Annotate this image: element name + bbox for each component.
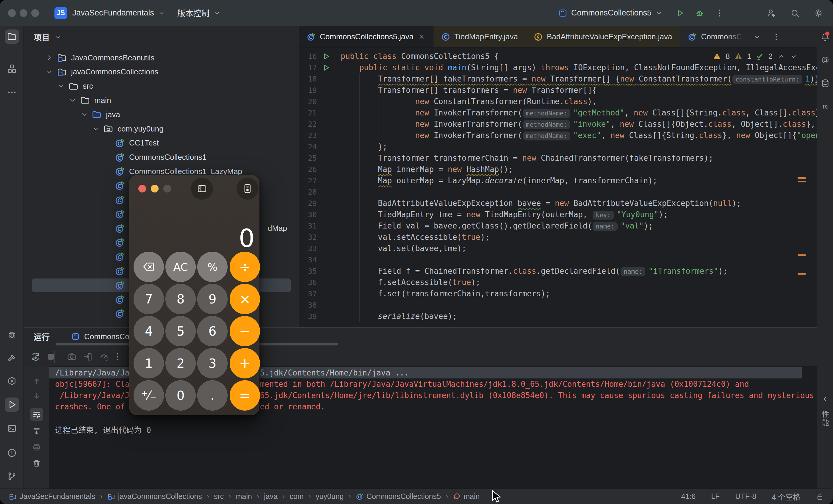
chevron-right-icon[interactable] (46, 53, 57, 62)
project-panel-header[interactable]: 项目 (24, 26, 299, 48)
calc-button-0[interactable]: 0 (165, 380, 196, 411)
debug-button[interactable] (693, 6, 706, 20)
database-icon[interactable] (819, 77, 832, 90)
calc-button-⁺⁄₋[interactable]: ⁺⁄₋ (134, 380, 164, 411)
breadcrumb-item-JavaSecFundamentals[interactable]: JavaSecFundamentals (9, 492, 95, 501)
calc-button-1[interactable]: 1 (134, 348, 164, 379)
tree-item-CC1Test[interactable]: CCC1Test (24, 136, 299, 150)
line-separator[interactable]: LF (711, 492, 720, 501)
error-stripe-mark[interactable] (798, 273, 806, 274)
sidebar-item-debug[interactable] (5, 327, 19, 341)
calc-button-backspace[interactable] (134, 252, 164, 282)
calc-keypad-button[interactable] (237, 177, 259, 200)
error-stripe-mark[interactable] (798, 181, 806, 183)
file-encoding[interactable]: UTF-8 (735, 492, 756, 501)
tree-item-src[interactable]: src (24, 79, 299, 93)
calc-button-−[interactable]: − (230, 316, 260, 346)
rerun-button[interactable] (29, 350, 42, 363)
tree-item-JavaCommonsBeanutils[interactable]: JavaCommonsBeanutils (24, 51, 299, 65)
breadcrumb-item-src[interactable]: src (214, 492, 224, 501)
trash-button[interactable] (30, 457, 43, 470)
close-button[interactable] (8, 9, 16, 17)
chevron-down-icon[interactable] (69, 96, 80, 105)
sidebar-item-run[interactable] (5, 398, 19, 412)
calc-button-6[interactable]: 6 (197, 316, 228, 346)
next-problem-button[interactable] (789, 52, 798, 61)
breadcrumb-item-main[interactable]: main (236, 492, 252, 501)
editor-tab-TiedMapEntry.java[interactable]: CTiedMapEntry.java (433, 26, 526, 47)
softwrap-button[interactable] (30, 408, 43, 421)
breadcrumb-item-yuy0ung[interactable]: yuy0ung (316, 492, 344, 501)
kebab-button[interactable] (111, 350, 124, 363)
calc-button-8[interactable]: 8 (165, 284, 196, 314)
code-with-me-button[interactable] (765, 6, 778, 20)
calc-button-.[interactable]: . (197, 380, 228, 411)
chevron-down-icon[interactable] (92, 124, 103, 133)
project-menu[interactable]: JavaSecFundamentals (72, 8, 165, 18)
calc-close-button[interactable] (138, 185, 146, 192)
tree-item-main[interactable]: main (24, 93, 299, 107)
calc-button-3[interactable]: 3 (197, 348, 228, 379)
error-stripe-mark[interactable] (798, 177, 806, 179)
settings-button[interactable] (812, 6, 825, 20)
zoom-button[interactable] (31, 9, 39, 17)
print-button[interactable] (30, 441, 43, 454)
calculator-window[interactable]: 0 AC%÷789×456−123+⁺⁄₋0.= (129, 175, 259, 415)
breadcrumb-item-java[interactable]: java (264, 492, 278, 501)
editor-tab-CommonsCollections5.java[interactable]: CCommonsCollections5.java (299, 26, 433, 47)
calc-button-+[interactable]: + (230, 348, 260, 379)
run-gutter-icon[interactable] (317, 64, 339, 72)
calc-button-AC[interactable]: AC (165, 252, 196, 282)
indent-setting[interactable]: 4 个空格 (772, 491, 800, 502)
gauge-button[interactable] (98, 350, 111, 363)
breadcrumb-item-javaCommonsCollections[interactable]: javaCommonsCollections (108, 492, 202, 501)
sidebar-item-version-control[interactable] (5, 469, 19, 483)
tree-item-java[interactable]: java (24, 107, 299, 122)
editor-tab-BadAttributeValueExpException.java[interactable]: BadAttributeValueExpException.java (526, 26, 681, 47)
minimize-button[interactable] (20, 9, 27, 17)
import-button[interactable] (81, 350, 94, 363)
sidebar-item-build[interactable] (5, 351, 19, 365)
run-button[interactable] (673, 6, 687, 20)
camera-button[interactable] (65, 350, 78, 363)
arrowup-button[interactable] (30, 375, 43, 388)
tree-item-com.yuy0ung[interactable]: com.yuy0ung (24, 122, 299, 136)
close-icon[interactable] (418, 33, 425, 41)
sidebar-item-services[interactable] (5, 374, 19, 388)
breadcrumb-item-CommonsCollections5[interactable]: CCommonsCollections5 (356, 492, 441, 501)
chevron-down-icon[interactable] (46, 68, 57, 76)
sidebar-item-structure[interactable] (5, 62, 19, 76)
stop-button[interactable] (44, 350, 57, 363)
collapsed-tool-tab[interactable]: 性能 (817, 395, 833, 427)
inspections-widget[interactable]: 8 1 2 (713, 52, 798, 61)
calc-button-4[interactable]: 4 (134, 316, 164, 346)
tree-item-CommonsCollections1[interactable]: CCommonsCollections1 (24, 150, 299, 165)
lock-icon[interactable] (816, 493, 824, 501)
sidebar-item-project[interactable] (5, 29, 19, 44)
run-gutter-icon[interactable] (317, 52, 339, 61)
editor-tab-CommonsC[interactable]: CCommonsC (680, 26, 744, 47)
tab-options-button[interactable] (772, 32, 781, 41)
calc-button-2[interactable]: 2 (165, 348, 196, 379)
calc-button-=[interactable]: = (230, 380, 260, 411)
scrollend-button[interactable] (30, 425, 43, 438)
code-editor[interactable]: 16public class CommonsCollections5 {17 p… (299, 48, 817, 327)
calc-button-÷[interactable]: ÷ (230, 252, 260, 282)
caret-position[interactable]: 41:6 (681, 492, 695, 501)
more-actions-button[interactable] (713, 6, 726, 20)
calc-button-9[interactable]: 9 (197, 284, 228, 314)
breadcrumb-item-main[interactable]: mmain (453, 492, 480, 501)
chevron-down-icon[interactable] (57, 82, 68, 91)
calc-minimize-button[interactable] (151, 185, 159, 192)
calc-history-button[interactable] (191, 177, 213, 200)
notifications-bell[interactable] (819, 30, 832, 44)
calc-button-5[interactable]: 5 (165, 316, 196, 346)
arrowdown-button[interactable] (30, 389, 43, 403)
sidebar-item-problems[interactable] (5, 446, 19, 460)
tree-item-javaCommonsCollections[interactable]: javaCommonsCollections (24, 65, 299, 79)
hidden-tabs-button[interactable] (753, 32, 762, 41)
calc-button-×[interactable]: × (230, 284, 260, 314)
error-stripe-mark[interactable] (798, 255, 806, 256)
sidebar-item-more-tools[interactable] (5, 85, 19, 99)
chevron-down-icon[interactable] (80, 110, 92, 119)
